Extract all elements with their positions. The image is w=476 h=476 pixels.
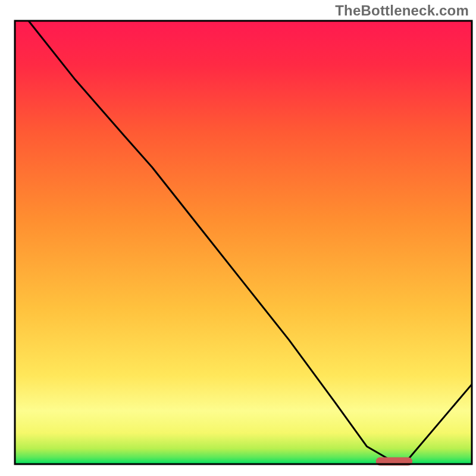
bottleneck-chart bbox=[0, 0, 476, 476]
watermark-text: TheBottleneck.com bbox=[335, 2, 469, 19]
chart-background bbox=[15, 21, 472, 464]
chart-container: TheBottleneck.com bbox=[0, 0, 476, 476]
